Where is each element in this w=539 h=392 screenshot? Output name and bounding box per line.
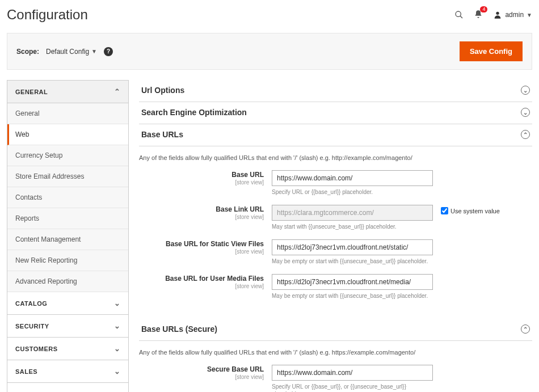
sidebar-group-yotpo[interactable]: YOTPO ⌄ <box>7 383 128 392</box>
sidebar-item-content-management[interactable]: Content Management <box>7 229 128 250</box>
chevron-down-icon: ⌄ <box>114 344 121 353</box>
chevron-up-icon: ⌃ <box>114 87 121 96</box>
search-icon[interactable] <box>454 10 464 19</box>
section-title: Base URLs (Secure) <box>141 324 217 334</box>
scope-hint: [store view] <box>139 179 264 186</box>
help-text: May be empty or start with {{unsecure_ba… <box>272 258 433 265</box>
caret-down-icon: ▼ <box>527 12 532 18</box>
use-system-value-checkbox[interactable] <box>441 207 448 214</box>
scope-hint: [store view] <box>139 214 264 220</box>
sidebar-item-contacts[interactable]: Contacts <box>7 187 128 208</box>
user-menu[interactable]: admin ▼ <box>493 10 532 19</box>
chevron-down-icon: ⌄ <box>114 390 121 392</box>
chevron-down-icon: ⌄ <box>114 367 121 376</box>
sidebar-item-store-email[interactable]: Store Email Addresses <box>7 166 128 187</box>
section-title: Url Options <box>141 86 184 95</box>
label-base-link-url: Base Link URL <box>216 205 264 213</box>
section-url-options[interactable]: Url Options ⌄ <box>139 80 532 102</box>
scope-hint: [store view] <box>139 248 264 255</box>
sidebar-item-advanced-reporting[interactable]: Advanced Reporting <box>7 271 128 292</box>
scope-select[interactable]: Default Config ▼ <box>46 48 97 56</box>
help-text: Specify URL or {{base_url}}, or {{unsecu… <box>272 383 433 392</box>
label-static-url: Base URL for Static View Files <box>166 240 264 248</box>
sidebar-group-sales[interactable]: SALES ⌄ <box>7 360 128 383</box>
help-icon[interactable]: ? <box>104 47 113 56</box>
svg-point-2 <box>496 12 499 15</box>
svg-line-1 <box>460 16 462 18</box>
section-title: Base URLs <box>141 130 183 139</box>
expand-icon: ⌄ <box>521 86 530 95</box>
section-note: Any of the fields allow fully qualified … <box>139 154 532 161</box>
section-base-urls-body: Any of the fields allow fully qualified … <box>139 146 532 319</box>
label-base-url: Base URL <box>231 171 264 179</box>
sidebar-group-customers[interactable]: CUSTOMERS ⌄ <box>7 338 128 360</box>
collapse-icon: ⌃ <box>521 324 530 334</box>
collapse-icon: ⌃ <box>521 130 530 139</box>
sidebar-group-security[interactable]: SECURITY ⌄ <box>7 315 128 338</box>
help-text: Specify URL or {{base_url}} placeholder. <box>272 188 433 196</box>
page-title: Configuration <box>7 7 88 23</box>
label-media-url: Base URL for User Media Files <box>165 275 264 283</box>
notification-badge: 4 <box>480 6 487 12</box>
sidebar-group-label: SALES <box>15 368 37 375</box>
scope-hint: [store view] <box>139 374 264 380</box>
sidebar-group-catalog[interactable]: CATALOG ⌄ <box>7 292 128 315</box>
sidebar-group-label: CUSTOMERS <box>15 345 58 352</box>
expand-icon: ⌄ <box>521 108 530 117</box>
username-label: admin <box>505 11 524 19</box>
sidebar-item-general[interactable]: General <box>7 103 128 124</box>
input-secure-base-url[interactable] <box>272 365 433 381</box>
scope-selected-value: Default Config <box>46 48 89 56</box>
scope-label: Scope: <box>16 48 39 56</box>
label-secure-base-url: Secure Base URL <box>207 365 264 373</box>
svg-point-0 <box>456 11 461 16</box>
section-base-urls-secure[interactable]: Base URLs (Secure) ⌃ <box>139 319 532 341</box>
section-note: Any of the fields allow fully qualified … <box>139 349 532 356</box>
sidebar-group-label: GENERAL <box>15 88 48 95</box>
input-base-link-url <box>272 205 433 221</box>
sidebar-item-new-relic[interactable]: New Relic Reporting <box>7 250 128 271</box>
use-system-value-checkbox-wrap[interactable]: Use system value <box>441 205 500 214</box>
save-button[interactable]: Save Config <box>460 41 523 61</box>
help-text: May be empty or start with {{unsecure_ba… <box>272 292 433 300</box>
input-base-url[interactable] <box>272 170 433 186</box>
notifications-button[interactable]: 4 <box>474 10 483 20</box>
section-seo[interactable]: Search Engine Optimization ⌄ <box>139 102 532 124</box>
section-base-urls[interactable]: Base URLs ⌃ <box>139 124 532 146</box>
chevron-down-icon: ⌄ <box>114 322 121 330</box>
scope-bar: Scope: Default Config ▼ ? Save Config <box>7 33 532 70</box>
sidebar-item-web[interactable]: Web <box>7 124 128 145</box>
chevron-down-icon: ⌄ <box>114 299 121 307</box>
help-text: May start with {{unsecure_base_url}} pla… <box>272 223 433 230</box>
scope-hint: [store view] <box>139 283 264 289</box>
use-system-label: Use system value <box>450 208 500 214</box>
section-base-urls-secure-body: Any of the fields allow fully qualified … <box>139 341 532 392</box>
sidebar-group-label: SECURITY <box>15 323 49 330</box>
config-content: Url Options ⌄ Search Engine Optimization… <box>139 80 532 392</box>
config-sidebar: GENERAL ⌃ General Web Currency Setup Sto… <box>7 80 129 392</box>
section-title: Search Engine Optimization <box>141 108 247 117</box>
sidebar-group-general[interactable]: GENERAL ⌃ <box>7 81 128 103</box>
caret-down-icon: ▼ <box>91 48 97 54</box>
user-icon <box>493 10 502 19</box>
sidebar-group-label: CATALOG <box>15 300 47 307</box>
input-media-url[interactable] <box>272 274 433 290</box>
input-static-url[interactable] <box>272 239 433 255</box>
sidebar-item-reports[interactable]: Reports <box>7 208 128 229</box>
sidebar-item-currency-setup[interactable]: Currency Setup <box>7 145 128 166</box>
